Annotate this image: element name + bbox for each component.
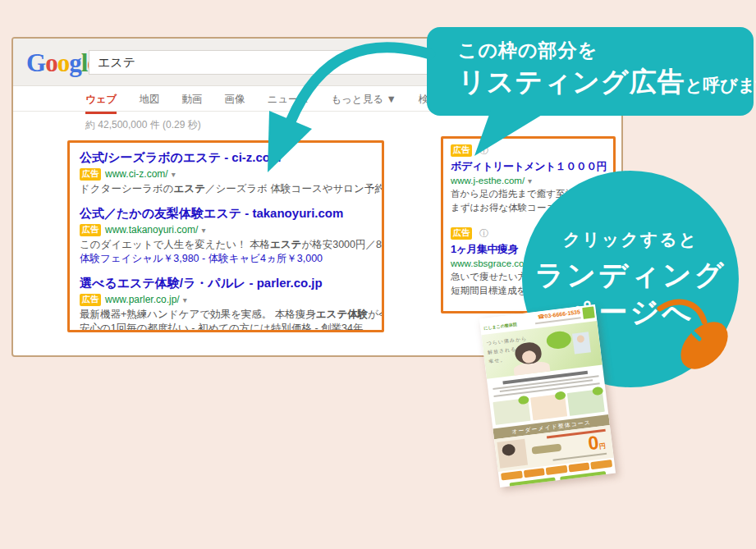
ad-result: 公式/シーズラボのエステ - ci-z.com広告www.ci-z.com/▾ド… xyxy=(80,150,372,197)
lp-clinic-name: にしまこの整体院 xyxy=(483,322,517,331)
dropdown-arrow-icon[interactable]: ▾ xyxy=(183,295,187,304)
ad-sitelinks[interactable]: 体験フェイシャル￥3,980 - 体験キャビ4ヵ所￥3,000 xyxy=(80,252,372,267)
ad-title-link[interactable]: ボディトリートメント１０００円 xyxy=(451,159,606,174)
ad-url[interactable]: www.ci-z.com/ xyxy=(105,168,168,180)
ad-result: 選べるエステ体験/ラ・パルレ - parler.co.jp広告www.parle… xyxy=(80,276,372,333)
ad-description: このダイエットで人生を変えたい！ 本格エステが格安3000円／89%オフ xyxy=(80,238,372,253)
ad-badge: 広告 xyxy=(451,227,472,240)
lp-price-label xyxy=(531,443,561,454)
ad-url[interactable]: www.parler.co.jp/ xyxy=(105,294,180,305)
ad-badge: 広告 xyxy=(80,168,101,181)
lp-price-value: 0円 xyxy=(587,432,606,453)
ad-meta-line: 広告ⓘ xyxy=(451,144,606,157)
infographic-canvas: Google エステ ウェブ地図動画画像ニュースもっと見る ▼検索ツール 約 4… xyxy=(0,0,756,549)
dropdown-arrow-icon[interactable]: ▾ xyxy=(172,170,176,179)
ad-title-link[interactable]: 公式／たかの友梨体験エステ - takanoyuri.com xyxy=(80,206,372,222)
ad-meta-line: 広告www.takanoyuri.com/▾ xyxy=(80,224,372,236)
ad-description: 最新機器+熟練ハンドケアで効果を実感。 本格痩身エステ体験が今なら500円 xyxy=(80,308,372,323)
lp-menu-button xyxy=(523,468,544,478)
google-logo-letter: o xyxy=(57,48,70,77)
ad-url[interactable]: www.takanoyuri.com/ xyxy=(105,224,198,236)
ad-badge: 広告 xyxy=(451,144,472,157)
lp-menu-button xyxy=(591,460,612,469)
lp-header-badge xyxy=(582,306,595,319)
bubble-line1: この枠の部分を xyxy=(458,38,754,63)
ad-badge: 広告 xyxy=(80,294,101,306)
result-stats: 約 42,500,000 件 (0.29 秒) xyxy=(85,118,201,132)
google-logo-letter: o xyxy=(45,48,57,77)
ad-badge: 広告 xyxy=(80,224,101,236)
circle-line1: クリックすると xyxy=(563,228,698,251)
main-results-frame: 公式/シーズラボのエステ - ci-z.com広告www.ci-z.com/▾ド… xyxy=(67,140,384,332)
lp-menu-button xyxy=(568,462,589,472)
lp-photo-bubble xyxy=(555,391,566,400)
bubble-keyword: リスティング広告 xyxy=(458,66,685,97)
callout-bubble: この枠の部分を リスティング広告と呼びます xyxy=(427,27,754,116)
dropdown-arrow-icon[interactable]: ▾ xyxy=(201,226,205,235)
bubble-suffix: と呼びます xyxy=(685,75,756,94)
dropdown-arrow-icon[interactable]: ▾ xyxy=(528,176,532,185)
google-logo-letter: G xyxy=(26,48,45,77)
ad-meta-line: 広告www.ci-z.com/▾ xyxy=(80,168,372,181)
ad-meta-line: 広告www.parler.co.jp/▾ xyxy=(80,294,372,306)
ad-description: ドクターシーラボのエステ／シーズラボ 体験コースやサロン予約はここから xyxy=(80,182,372,197)
lp-photo xyxy=(567,389,605,416)
lp-menu-button xyxy=(546,465,567,475)
ad-description: 安心の1回毎の都度払い - 初めての方には特別価格 - 創業34年 xyxy=(80,322,372,332)
circle-line2: ランディング xyxy=(535,256,726,294)
lp-photo-bubble xyxy=(518,396,529,405)
ad-result: 公式／たかの友梨体験エステ - takanoyuri.com広告www.taka… xyxy=(80,206,372,267)
info-icon: ⓘ xyxy=(479,145,488,155)
google-logo-letter: g xyxy=(69,48,81,77)
lp-photo xyxy=(530,393,568,420)
lp-photo xyxy=(493,398,530,425)
lp-photo-bubble xyxy=(592,387,603,396)
ad-title-link[interactable]: 公式/シーズラボのエステ - ci-z.com xyxy=(80,150,372,166)
lp-menu-button xyxy=(501,471,522,481)
lp-speech-bubble xyxy=(546,330,572,350)
bubble-line2: リスティング広告と呼びます xyxy=(458,64,754,101)
info-icon: ⓘ xyxy=(479,228,488,238)
google-logo: Google xyxy=(26,50,98,75)
landing-page-thumbnail: にしまこの整体院 ☎03-6666-1535 つらい痛みから解放される幸せ。 オ… xyxy=(479,304,616,487)
ad-title-link[interactable]: 選べるエステ体験/ラ・パルレ - parler.co.jp xyxy=(80,276,372,291)
